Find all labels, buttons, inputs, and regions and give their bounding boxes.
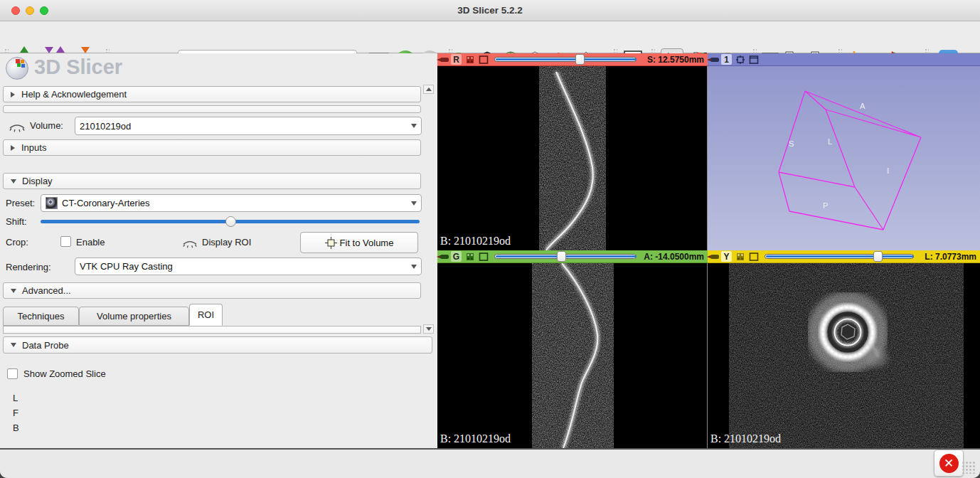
view-menu-icon[interactable] bbox=[749, 55, 759, 64]
shift-slider[interactable] bbox=[41, 216, 420, 227]
axis-label-s: S bbox=[789, 139, 794, 148]
yellow-slice-volume-label: B: 21010219od bbox=[710, 432, 781, 445]
data-probe-row-l: L bbox=[13, 393, 18, 403]
red-slider-handle[interactable] bbox=[575, 54, 585, 65]
expanded-triangle-icon bbox=[11, 179, 16, 184]
preset-combo[interactable]: CT-Coronary-Arteries bbox=[41, 194, 422, 212]
slicer-logo bbox=[6, 57, 28, 80]
threed-viewport[interactable]: A S L I P bbox=[708, 66, 980, 250]
yellow-slider-handle[interactable] bbox=[873, 251, 883, 262]
fit-to-volume-icon bbox=[325, 237, 337, 249]
down-triangle-icon bbox=[426, 327, 432, 331]
window-title: 3D Slicer 5.2.2 bbox=[0, 5, 980, 16]
tab-techniques[interactable]: Techniques bbox=[3, 307, 79, 326]
rendering-label: Rendering: bbox=[6, 262, 51, 272]
green-slice-volume-label: B: 21010219od bbox=[440, 432, 511, 445]
up-arrow-icon bbox=[20, 46, 28, 53]
volume-selector-combo[interactable]: 21010219od bbox=[75, 117, 422, 135]
error-log-close-button[interactable]: ✕ bbox=[934, 450, 964, 477]
optic-nerve-structure bbox=[815, 299, 888, 367]
chevron-down-icon bbox=[411, 201, 417, 206]
help-acknowledgement-section[interactable]: Help & Acknowledgement bbox=[3, 86, 421, 102]
shift-slider-handle[interactable] bbox=[225, 216, 236, 227]
app-title: 3D Slicer bbox=[34, 55, 122, 79]
down-arrow-icon bbox=[81, 47, 90, 53]
green-slice-offset-value: A: -14.0500mm bbox=[644, 252, 704, 262]
axis-label-l: L bbox=[828, 137, 832, 146]
module-panel: 3D Slicer Help & Acknowledgement Volume:… bbox=[0, 53, 437, 448]
green-slice-offset-slider[interactable] bbox=[494, 254, 637, 259]
rendering-combo[interactable]: VTK CPU Ray Casting bbox=[75, 257, 422, 275]
preset-label: Preset: bbox=[6, 198, 35, 208]
rendering-combo-value: VTK CPU Ray Casting bbox=[80, 261, 173, 272]
threed-view-controller: 1 bbox=[708, 53, 980, 66]
slice-menu-icon[interactable] bbox=[749, 253, 759, 261]
data-probe-row-b: B bbox=[13, 423, 19, 433]
tab-content-strip bbox=[3, 326, 421, 334]
slice-visibility-icon[interactable] bbox=[465, 253, 475, 261]
tab-volume-properties[interactable]: Volume properties bbox=[79, 307, 189, 326]
slice-visibility-icon[interactable] bbox=[465, 55, 475, 64]
red-slice-volume-label: B: 21010219od bbox=[440, 235, 511, 248]
eye-icon[interactable] bbox=[9, 121, 26, 132]
preset-combo-value: CT-Coronary-Arteries bbox=[62, 198, 150, 208]
collapsed-frame bbox=[3, 105, 421, 113]
inputs-section-label: Inputs bbox=[21, 142, 46, 153]
volume-label: Volume: bbox=[30, 120, 63, 131]
red-slice-controller: R S: 12.5750mm bbox=[437, 53, 708, 66]
red-slice-offset-slider[interactable] bbox=[494, 57, 637, 62]
threed-view-badge: 1 bbox=[721, 54, 732, 65]
main-toolbar: DATA DCM SAVE Modules: Volume Rendering bbox=[0, 21, 980, 53]
red-slice-viewport[interactable]: B: 21010219od bbox=[437, 66, 708, 250]
pin-icon[interactable] bbox=[440, 58, 449, 62]
title-bar: 3D Slicer 5.2.2 bbox=[0, 0, 980, 21]
app-window: 3D Slicer 5.2.2 DATA DCM SAVE Modules: bbox=[0, 0, 980, 478]
eye-icon[interactable] bbox=[182, 238, 198, 248]
tab-roi[interactable]: ROI bbox=[189, 304, 223, 326]
pin-icon[interactable] bbox=[710, 58, 719, 62]
show-zoomed-slice-checkbox[interactable] bbox=[7, 368, 18, 379]
window-resize-grip[interactable] bbox=[962, 461, 976, 474]
yellow-slice-viewport[interactable]: B: 21010219od bbox=[708, 263, 980, 448]
scrollbar-down-button[interactable] bbox=[423, 324, 434, 334]
pin-icon[interactable] bbox=[440, 255, 449, 259]
display-section[interactable]: Display bbox=[3, 173, 421, 189]
axis-label-i: I bbox=[887, 166, 889, 175]
volume-combo-value: 21010219od bbox=[80, 121, 131, 132]
collapsed-triangle-icon bbox=[11, 145, 15, 151]
expanded-triangle-icon bbox=[11, 289, 16, 293]
slice-menu-icon[interactable] bbox=[479, 55, 489, 64]
display-roi-label[interactable]: Display ROI bbox=[202, 237, 251, 248]
chevron-down-icon bbox=[411, 124, 417, 128]
inputs-section[interactable]: Inputs bbox=[3, 139, 421, 156]
data-probe-section[interactable]: Data Probe bbox=[3, 336, 432, 354]
up-arrow-icon bbox=[56, 46, 65, 53]
yellow-slice-controller: Y L: 7.0773mm bbox=[708, 250, 980, 263]
preset-thumbnail-icon bbox=[46, 197, 58, 209]
collapsed-triangle-icon bbox=[11, 92, 15, 97]
fit-to-volume-label: Fit to Volume bbox=[340, 238, 394, 248]
help-section-label: Help & Acknowledgement bbox=[21, 89, 127, 100]
slice-visibility-icon[interactable] bbox=[735, 253, 745, 261]
yellow-slice-offset-value: L: 7.0773mm bbox=[925, 252, 976, 262]
close-x-icon: ✕ bbox=[939, 454, 959, 473]
scrollbar-up-button[interactable] bbox=[423, 85, 434, 94]
red-slice-offset-value: S: 12.5750mm bbox=[647, 55, 704, 65]
green-slice-controller: G A: -14.0500mm bbox=[437, 250, 708, 263]
data-probe-row-f: F bbox=[13, 408, 18, 418]
tab-volume-properties-label: Volume properties bbox=[97, 311, 171, 322]
shift-label: Shift: bbox=[6, 216, 27, 227]
yellow-slice-letter-badge: Y bbox=[721, 251, 732, 262]
pin-icon[interactable] bbox=[710, 255, 719, 259]
tab-techniques-label: Techniques bbox=[18, 311, 65, 322]
green-slice-viewport[interactable]: B: 21010219od bbox=[437, 263, 708, 448]
advanced-section[interactable]: Advanced... bbox=[3, 282, 421, 299]
center-view-icon[interactable] bbox=[735, 55, 745, 64]
green-slider-handle[interactable] bbox=[557, 251, 566, 262]
crop-enable-checkbox[interactable] bbox=[60, 236, 71, 247]
data-probe-label: Data Probe bbox=[22, 340, 69, 351]
slice-menu-icon[interactable] bbox=[479, 253, 489, 261]
yellow-slice-offset-slider[interactable] bbox=[765, 254, 914, 259]
fit-to-volume-button[interactable]: Fit to Volume bbox=[300, 232, 418, 253]
axis-label-a: A bbox=[860, 102, 866, 110]
